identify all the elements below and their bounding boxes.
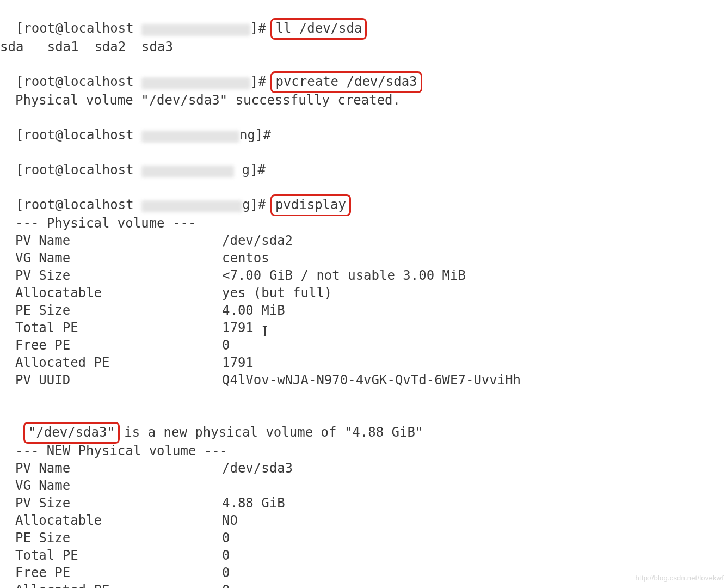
value-pv-size: <7.00 GiB / not usable 3.00 MiB (222, 267, 466, 284)
pv2-row: AllocatableNO (0, 512, 727, 529)
dir-suffix: g (242, 197, 250, 212)
prompt-open: [root@localhost (16, 127, 141, 143)
pv2-row: PV Name/dev/sda3 (0, 460, 727, 477)
output-listing: sda sda1 sda2 sda3 (0, 38, 727, 56)
value-free-pe: 0 (222, 564, 230, 581)
label-pv-uuid: PV UUID (0, 371, 222, 389)
value-allocated-pe: 1791 (222, 354, 254, 371)
value-pe-size: 0 (222, 529, 230, 547)
value-total-pe: 0 (222, 547, 230, 564)
dir-suffix: g (234, 162, 250, 177)
label-vg-name: VG Name (0, 249, 222, 267)
prompt-line-5: [root@localhost g]# pvdisplay (0, 179, 727, 215)
value-allocatable: yes (but full) (222, 284, 332, 302)
command-pvdisplay[interactable]: pvdisplay (270, 194, 351, 216)
pv2-row: Total PE0 (0, 547, 727, 564)
label-total-pe: Total PE (0, 319, 222, 336)
pv1-row: PV UUIDQ4lVov-wNJA-N970-4vGK-QvTd-6WE7-U… (0, 371, 727, 389)
censored-dir (141, 77, 250, 89)
prompt-line-2: [root@localhost ]# pvcreate /dev/sda3 (0, 56, 727, 91)
value-pv-uuid: Q4lVov-wNJA-N970-4vGK-QvTd-6WE7-UvviHh (222, 371, 521, 389)
highlight-devsda3-text: "/dev/sda3" (28, 425, 115, 440)
prompt-close: ]# (255, 127, 279, 143)
label-allocatable: Allocatable (0, 284, 222, 302)
label-pv-size: PV Size (0, 267, 222, 284)
label-pv-name: PV Name (0, 460, 222, 477)
prompt-line-3: [root@localhost ng]# (0, 109, 727, 144)
label-free-pe: Free PE (0, 336, 222, 354)
command-pvcreate-text: pvcreate /dev/sda3 (275, 74, 417, 89)
pv1-row: VG Namecentos (0, 249, 727, 267)
label-allocatable: Allocatable (0, 512, 222, 529)
label-pe-size: PE Size (0, 529, 222, 547)
command-ll-text: ll /dev/sda (275, 21, 362, 36)
command-pvcreate[interactable]: pvcreate /dev/sda3 (270, 71, 422, 93)
dir-suffix: ng (239, 127, 255, 143)
pv2-row: PV Size4.88 GiB (0, 494, 727, 512)
watermark: http://blog.csdn.net/lovekwf (636, 569, 724, 587)
value-pv-name: /dev/sda3 (222, 460, 293, 477)
command-ll[interactable]: ll /dev/sda (270, 18, 367, 40)
value-pe-size: 4.00 MiB (222, 302, 285, 319)
prompt-open: [root@localhost (16, 74, 141, 89)
pv2-row: PE Size0 (0, 529, 727, 547)
value-pv-size: 4.88 GiB (222, 494, 285, 512)
prompt-open: [root@localhost (16, 21, 141, 36)
pv1-row: PV Size<7.00 GiB / not usable 3.00 MiB (0, 267, 727, 284)
censored-dir (141, 200, 242, 212)
censored-dir (141, 131, 239, 143)
censored-dir (141, 24, 250, 36)
value-allocated-pe: 0 (222, 581, 230, 588)
pv2-row: Allocated PE0 (0, 581, 727, 588)
pv1-row: PE Size4.00 MiB (0, 302, 727, 319)
label-pv-size: PV Size (0, 494, 222, 512)
label-pe-size: PE Size (0, 302, 222, 319)
label-allocated-pe: Allocated PE (0, 581, 222, 588)
pv1-row: PV Name/dev/sda2 (0, 232, 727, 249)
output-pv-created: Physical volume "/dev/sda3" successfully… (0, 91, 727, 109)
pv2-row: Free PE0 (0, 564, 727, 581)
prompt-open: [root@localhost (16, 162, 141, 177)
blank-line (0, 389, 727, 406)
pv-header-1: --- Physical volume --- (0, 215, 727, 232)
label-vg-name: VG Name (0, 477, 222, 494)
command-pvdisplay-text: pvdisplay (275, 197, 346, 212)
prompt-open: [root@localhost (16, 197, 141, 212)
text-cursor-icon: I (262, 322, 268, 340)
prompt-line-1: [root@localhost ]# ll /dev/sda (0, 2, 727, 38)
pv-new-intro-rest: is a new physical volume of "4.88 GiB" (116, 425, 423, 440)
pv1-row: Allocated PE1791 (0, 354, 727, 371)
pv1-row: Allocatableyes (but full) (0, 284, 727, 302)
label-pv-name: PV Name (0, 232, 222, 249)
label-allocated-pe: Allocated PE (0, 354, 222, 371)
value-allocatable: NO (222, 512, 238, 529)
label-free-pe: Free PE (0, 564, 222, 581)
value-vg-name: centos (222, 249, 269, 267)
value-free-pe: 0 (222, 336, 230, 354)
value-total-pe: 1791 (222, 319, 254, 336)
pv2-row: VG Name (0, 477, 727, 494)
pv-new-intro: "/dev/sda3" is a new physical volume of … (0, 406, 727, 442)
prompt-line-4: [root@localhost g]# (0, 144, 727, 179)
pv1-row: Free PE0 (0, 336, 727, 354)
censored-dir (141, 166, 234, 177)
pv-header-2: --- NEW Physical volume --- (0, 442, 727, 460)
prompt-close: ]# (250, 162, 273, 177)
highlight-devsda3: "/dev/sda3" (23, 422, 120, 444)
pv1-row: Total PE1791I (0, 319, 727, 336)
value-pv-name: /dev/sda2 (222, 232, 293, 249)
label-total-pe: Total PE (0, 547, 222, 564)
